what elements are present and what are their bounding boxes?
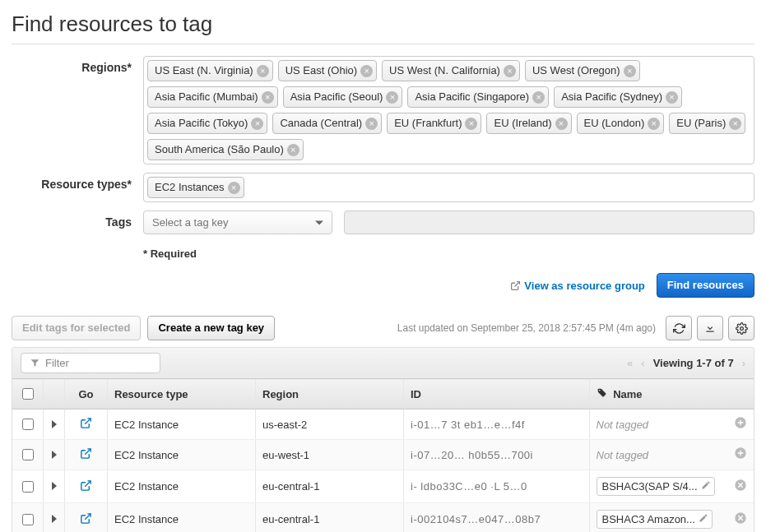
remove-icon[interactable]: ×: [465, 118, 477, 130]
expand-icon[interactable]: [52, 482, 57, 490]
required-note: * Required: [143, 247, 754, 260]
name-value: BSHAC3(SAP S/4...: [602, 480, 698, 493]
region-token[interactable]: US East (Ohio)×: [278, 60, 377, 81]
column-header-region[interactable]: Region: [256, 379, 404, 409]
region-token[interactable]: US West (N. California)×: [382, 60, 520, 81]
remove-icon[interactable]: ×: [624, 65, 636, 77]
remove-icon[interactable]: ×: [648, 118, 660, 130]
remove-icon[interactable]: ×: [365, 118, 378, 130]
column-header-id[interactable]: ID: [404, 379, 590, 409]
page-title: Find resources to tag: [12, 12, 754, 37]
remove-icon[interactable]: ×: [504, 65, 516, 77]
edit-icon[interactable]: [699, 513, 708, 525]
expand-icon[interactable]: [52, 515, 57, 523]
region-token[interactable]: Asia Pacific (Seoul)×: [283, 86, 403, 108]
edit-tags-button[interactable]: Edit tags for selected: [12, 316, 141, 340]
region-token[interactable]: US East (N. Virginia)×: [147, 60, 273, 81]
remove-tag-button[interactable]: [734, 479, 747, 495]
row-checkbox[interactable]: [22, 514, 34, 525]
tag-key-placeholder: Select a tag key: [152, 216, 229, 229]
row-checkbox[interactable]: [22, 419, 34, 430]
open-resource-link[interactable]: [80, 479, 93, 493]
column-header-name[interactable]: Name: [589, 379, 754, 409]
column-header-type[interactable]: Resource type: [108, 379, 256, 409]
open-resource-link[interactable]: [80, 447, 93, 460]
region-token[interactable]: EU (Ireland)×: [486, 113, 571, 134]
expand-icon[interactable]: [52, 451, 57, 459]
remove-icon[interactable]: ×: [287, 144, 299, 156]
download-button[interactable]: [697, 316, 723, 340]
svg-line-3: [85, 419, 91, 424]
remove-tag-button[interactable]: [734, 511, 747, 528]
select-all-checkbox[interactable]: [22, 388, 34, 400]
region-token-label: EU (Ireland): [494, 116, 551, 131]
find-resources-button[interactable]: Find resources: [657, 273, 754, 298]
region-token-label: Asia Pacific (Mumbai): [155, 90, 258, 104]
region-token-label: US West (N. California): [389, 63, 500, 78]
region-token-label: Asia Pacific (Tokyo): [155, 116, 248, 131]
region-token[interactable]: EU (Frankfurt)×: [387, 113, 481, 134]
view-as-resource-group-link[interactable]: View as resource group: [510, 280, 644, 292]
remove-icon[interactable]: ×: [262, 91, 274, 104]
svg-line-9: [85, 513, 91, 519]
row-checkbox[interactable]: [22, 449, 34, 460]
region-token-label: US West (Oregon): [532, 63, 620, 78]
remove-icon[interactable]: ×: [666, 91, 678, 104]
row-checkbox[interactable]: [22, 481, 34, 493]
regions-input[interactable]: US East (N. Virginia)×US East (Ohio)×US …: [143, 56, 754, 164]
name-chip[interactable]: BSHAC3(SAP S/4...: [597, 477, 715, 496]
remove-icon[interactable]: ×: [251, 118, 263, 130]
remove-icon[interactable]: ×: [257, 65, 269, 77]
remove-icon[interactable]: ×: [532, 91, 545, 104]
resource-types-label: Resource types*: [12, 173, 143, 202]
create-tag-key-button[interactable]: Create a new tag key: [147, 316, 275, 340]
add-tag-button[interactable]: [734, 446, 747, 463]
expand-icon[interactable]: [52, 420, 57, 428]
cell-region: us-east-2: [256, 409, 404, 440]
tag-key-dropdown[interactable]: Select a tag key: [143, 210, 332, 234]
remove-icon[interactable]: ×: [729, 118, 741, 130]
region-token-label: EU (Paris): [676, 116, 726, 131]
cell-region: eu-west-1: [256, 440, 404, 470]
first-page-button[interactable]: «: [627, 357, 633, 369]
region-token[interactable]: EU (Paris)×: [669, 113, 745, 134]
next-page-button[interactable]: ›: [742, 357, 745, 369]
not-tagged-label: Not tagged: [597, 419, 649, 431]
refresh-button[interactable]: [666, 316, 692, 340]
region-token[interactable]: EU (London)×: [577, 113, 665, 134]
resource-type-token[interactable]: EC2 Instances×: [147, 177, 244, 198]
region-token[interactable]: Asia Pacific (Mumbai)×: [147, 86, 278, 108]
open-resource-link[interactable]: [80, 417, 93, 430]
remove-icon[interactable]: ×: [360, 65, 373, 77]
filter-input[interactable]: Filter: [21, 353, 160, 373]
svg-line-0: [515, 281, 520, 286]
edit-icon[interactable]: [701, 480, 711, 493]
remove-icon[interactable]: ×: [386, 91, 398, 104]
remove-icon[interactable]: ×: [555, 118, 568, 130]
settings-button[interactable]: [728, 316, 754, 340]
table-row: EC2 Instanceeu-central-1i-002104s7…e047……: [12, 503, 754, 533]
chevron-down-icon: [315, 220, 323, 224]
resource-types-input[interactable]: EC2 Instances×: [143, 173, 754, 202]
remove-icon[interactable]: ×: [228, 182, 240, 194]
region-token[interactable]: US West (Oregon)×: [525, 60, 640, 81]
svg-rect-1: [706, 331, 713, 332]
open-resource-link[interactable]: [80, 512, 93, 525]
region-token-label: Asia Pacific (Sydney): [561, 90, 662, 104]
region-token-label: EU (Frankfurt): [394, 116, 462, 131]
add-tag-button[interactable]: [734, 416, 747, 433]
region-token[interactable]: Asia Pacific (Tokyo)×: [147, 113, 267, 134]
download-icon: [704, 322, 716, 334]
cell-type: EC2 Instance: [108, 409, 256, 440]
region-token[interactable]: Asia Pacific (Singapore)×: [407, 86, 549, 108]
prev-page-button[interactable]: ‹: [641, 357, 644, 369]
cell-type: EC2 Instance: [108, 503, 256, 533]
svg-line-7: [85, 480, 91, 486]
region-token[interactable]: South America (São Paulo)×: [147, 139, 304, 160]
tag-value-input[interactable]: [344, 210, 754, 234]
region-token[interactable]: Canada (Central)×: [272, 113, 382, 134]
name-chip[interactable]: BSHAC3 Amazon...: [597, 510, 713, 529]
column-header-go[interactable]: Go: [65, 379, 108, 409]
region-token[interactable]: Asia Pacific (Sydney)×: [554, 86, 682, 108]
region-token-label: US East (Ohio): [286, 63, 357, 78]
